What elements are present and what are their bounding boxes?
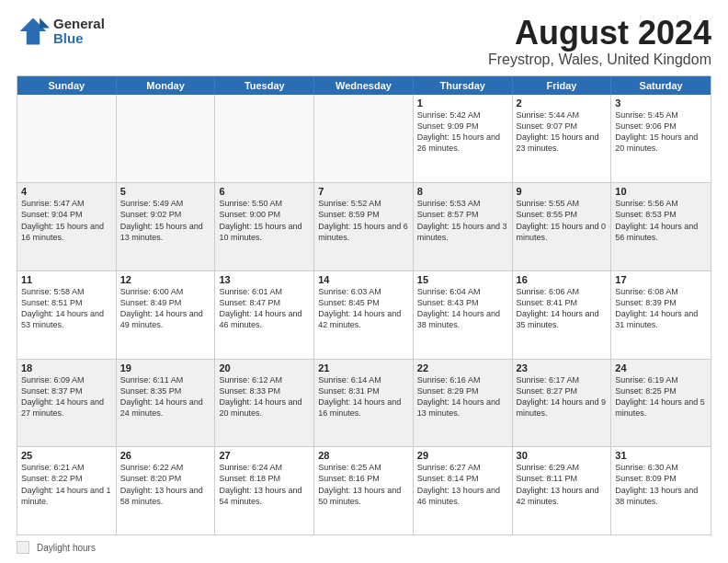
calendar-cell: 27Sunrise: 6:24 AM Sunset: 8:18 PM Dayli… <box>215 447 314 534</box>
header-day-wednesday: Wednesday <box>314 76 414 95</box>
calendar-cell: 30Sunrise: 6:29 AM Sunset: 8:11 PM Dayli… <box>513 447 612 534</box>
calendar-cell: 18Sunrise: 6:09 AM Sunset: 8:37 PM Dayli… <box>17 360 117 447</box>
day-number: 23 <box>517 362 608 373</box>
day-number: 11 <box>21 274 112 285</box>
day-number: 3 <box>615 98 707 109</box>
calendar-cell: 19Sunrise: 6:11 AM Sunset: 8:35 PM Dayli… <box>117 360 216 447</box>
calendar-cell <box>215 95 314 183</box>
cell-info: Sunrise: 5:44 AM Sunset: 9:07 PM Dayligh… <box>517 109 608 155</box>
header: General Blue August 2024 Freystrop, Wale… <box>17 15 711 68</box>
calendar-cell: 15Sunrise: 6:04 AM Sunset: 8:43 PM Dayli… <box>414 271 513 359</box>
calendar-cell: 13Sunrise: 6:01 AM Sunset: 8:47 PM Dayli… <box>215 271 314 359</box>
cell-info: Sunrise: 6:25 AM Sunset: 8:16 PM Dayligh… <box>318 462 409 507</box>
cell-info: Sunrise: 6:21 AM Sunset: 8:22 PM Dayligh… <box>21 462 112 507</box>
location: Freystrop, Wales, United Kingdom <box>488 52 711 68</box>
cell-info: Sunrise: 6:27 AM Sunset: 8:14 PM Dayligh… <box>417 462 508 507</box>
logo-blue-label: Blue <box>53 31 105 47</box>
cell-info: Sunrise: 6:14 AM Sunset: 8:31 PM Dayligh… <box>318 374 409 419</box>
day-number: 7 <box>318 186 409 197</box>
header-day-saturday: Saturday <box>611 76 711 95</box>
legend-label: Daylight hours <box>37 543 96 553</box>
calendar-cell: 6Sunrise: 5:50 AM Sunset: 9:00 PM Daylig… <box>215 183 314 270</box>
calendar-header: SundayMondayTuesdayWednesdayThursdayFrid… <box>17 76 711 95</box>
calendar-cell: 5Sunrise: 5:49 AM Sunset: 9:02 PM Daylig… <box>117 183 216 270</box>
calendar-cell: 9Sunrise: 5:55 AM Sunset: 8:55 PM Daylig… <box>513 183 612 270</box>
calendar-cell: 21Sunrise: 6:14 AM Sunset: 8:31 PM Dayli… <box>314 360 414 447</box>
svg-marker-1 <box>40 18 50 29</box>
cell-info: Sunrise: 5:52 AM Sunset: 8:59 PM Dayligh… <box>318 198 409 243</box>
calendar-cell: 2Sunrise: 5:44 AM Sunset: 9:07 PM Daylig… <box>513 95 612 183</box>
cell-info: Sunrise: 6:16 AM Sunset: 8:29 PM Dayligh… <box>417 374 508 419</box>
header-day-sunday: Sunday <box>17 76 117 95</box>
calendar-cell: 1Sunrise: 5:42 AM Sunset: 9:09 PM Daylig… <box>414 95 513 183</box>
calendar-cell: 11Sunrise: 5:58 AM Sunset: 8:51 PM Dayli… <box>17 271 117 359</box>
legend: Daylight hours <box>17 541 711 554</box>
cell-info: Sunrise: 5:55 AM Sunset: 8:55 PM Dayligh… <box>517 198 608 243</box>
day-number: 1 <box>417 98 508 109</box>
day-number: 20 <box>219 362 310 373</box>
cell-info: Sunrise: 6:03 AM Sunset: 8:45 PM Dayligh… <box>318 286 409 331</box>
calendar-cell: 20Sunrise: 6:12 AM Sunset: 8:33 PM Dayli… <box>215 360 314 447</box>
cell-info: Sunrise: 5:56 AM Sunset: 8:53 PM Dayligh… <box>615 198 707 243</box>
legend-box <box>17 541 29 554</box>
cell-info: Sunrise: 6:19 AM Sunset: 8:25 PM Dayligh… <box>615 374 707 419</box>
day-number: 15 <box>417 274 508 285</box>
calendar-cell: 12Sunrise: 6:00 AM Sunset: 8:49 PM Dayli… <box>117 271 216 359</box>
day-number: 30 <box>517 450 608 461</box>
day-number: 13 <box>219 274 310 285</box>
logo-icon <box>17 15 50 48</box>
cell-info: Sunrise: 6:17 AM Sunset: 8:27 PM Dayligh… <box>517 374 608 419</box>
logo-general-label: General <box>53 17 105 32</box>
day-number: 12 <box>120 274 211 285</box>
day-number: 14 <box>318 274 409 285</box>
calendar-cell: 16Sunrise: 6:06 AM Sunset: 8:41 PM Dayli… <box>513 271 612 359</box>
day-number: 6 <box>219 186 310 197</box>
cell-info: Sunrise: 5:47 AM Sunset: 9:04 PM Dayligh… <box>21 198 112 243</box>
header-day-monday: Monday <box>117 76 216 95</box>
cell-info: Sunrise: 5:49 AM Sunset: 9:02 PM Dayligh… <box>120 198 211 243</box>
calendar-cell <box>117 95 216 183</box>
header-day-thursday: Thursday <box>414 76 513 95</box>
cell-info: Sunrise: 5:50 AM Sunset: 9:00 PM Dayligh… <box>219 198 310 243</box>
cell-info: Sunrise: 6:22 AM Sunset: 8:20 PM Dayligh… <box>120 462 211 507</box>
day-number: 2 <box>517 98 608 109</box>
day-number: 8 <box>417 186 508 197</box>
calendar-cell: 31Sunrise: 6:30 AM Sunset: 8:09 PM Dayli… <box>611 447 711 534</box>
cell-info: Sunrise: 6:12 AM Sunset: 8:33 PM Dayligh… <box>219 374 310 419</box>
cell-info: Sunrise: 6:00 AM Sunset: 8:49 PM Dayligh… <box>120 286 211 331</box>
cell-info: Sunrise: 6:04 AM Sunset: 8:43 PM Dayligh… <box>417 286 508 331</box>
calendar-week-3: 11Sunrise: 5:58 AM Sunset: 8:51 PM Dayli… <box>17 270 711 359</box>
calendar-cell: 23Sunrise: 6:17 AM Sunset: 8:27 PM Dayli… <box>513 360 612 447</box>
title-block: August 2024 Freystrop, Wales, United Kin… <box>488 15 711 68</box>
page: General Blue August 2024 Freystrop, Wale… <box>0 0 728 563</box>
calendar-cell: 29Sunrise: 6:27 AM Sunset: 8:14 PM Dayli… <box>414 447 513 534</box>
day-number: 18 <box>21 362 112 373</box>
calendar-cell: 28Sunrise: 6:25 AM Sunset: 8:16 PM Dayli… <box>314 447 414 534</box>
cell-info: Sunrise: 5:58 AM Sunset: 8:51 PM Dayligh… <box>21 286 112 331</box>
calendar-week-1: 1Sunrise: 5:42 AM Sunset: 9:09 PM Daylig… <box>17 95 711 183</box>
calendar-cell: 10Sunrise: 5:56 AM Sunset: 8:53 PM Dayli… <box>611 183 711 270</box>
calendar-week-2: 4Sunrise: 5:47 AM Sunset: 9:04 PM Daylig… <box>17 182 711 270</box>
day-number: 25 <box>21 450 112 461</box>
day-number: 5 <box>120 186 211 197</box>
calendar-week-4: 18Sunrise: 6:09 AM Sunset: 8:37 PM Dayli… <box>17 359 711 447</box>
calendar-body: 1Sunrise: 5:42 AM Sunset: 9:09 PM Daylig… <box>17 95 711 534</box>
day-number: 19 <box>120 362 211 373</box>
logo: General Blue <box>17 15 105 48</box>
cell-info: Sunrise: 6:09 AM Sunset: 8:37 PM Dayligh… <box>21 374 112 419</box>
calendar-cell <box>314 95 414 183</box>
day-number: 27 <box>219 450 310 461</box>
day-number: 10 <box>615 186 707 197</box>
calendar-week-5: 25Sunrise: 6:21 AM Sunset: 8:22 PM Dayli… <box>17 446 711 534</box>
day-number: 31 <box>615 450 707 461</box>
cell-info: Sunrise: 6:11 AM Sunset: 8:35 PM Dayligh… <box>120 374 211 419</box>
calendar-cell: 14Sunrise: 6:03 AM Sunset: 8:45 PM Dayli… <box>314 271 414 359</box>
day-number: 9 <box>517 186 608 197</box>
day-number: 26 <box>120 450 211 461</box>
day-number: 28 <box>318 450 409 461</box>
cell-info: Sunrise: 6:30 AM Sunset: 8:09 PM Dayligh… <box>615 462 707 507</box>
calendar-cell <box>17 95 117 183</box>
cell-info: Sunrise: 6:24 AM Sunset: 8:18 PM Dayligh… <box>219 462 310 507</box>
day-number: 4 <box>21 186 112 197</box>
day-number: 21 <box>318 362 409 373</box>
